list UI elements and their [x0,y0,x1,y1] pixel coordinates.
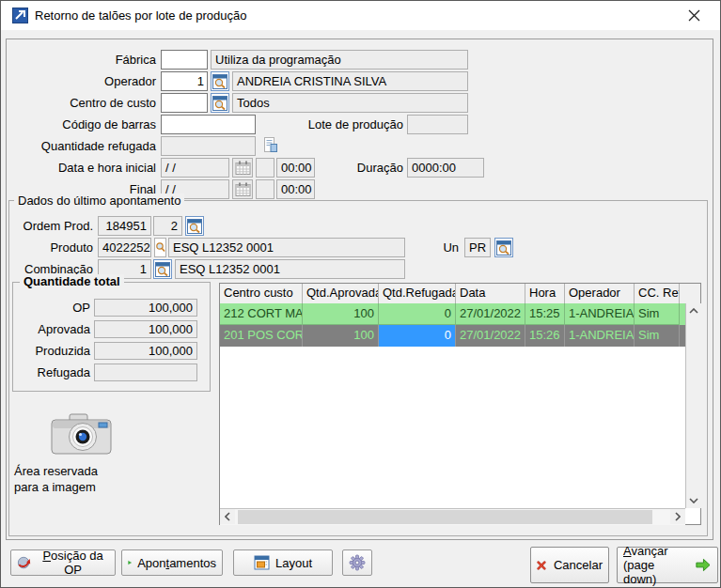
quantidade-total-title: Quantidade total [20,274,124,288]
lote-producao-field [407,115,468,134]
centro-custo-input[interactable] [161,93,208,113]
apontamentos-label: Apontamentos [137,556,216,570]
data-hora-inicial-label: Data e hora inicial [10,158,156,178]
col-hora[interactable]: Hora [525,284,565,303]
posicao-da-op-button[interactable]: Posição da OP [10,549,116,576]
quantidade-refugada-notes-button[interactable] [261,135,280,154]
hora-inicial-field: 00:00 [276,158,315,178]
cell-cc-ref[interactable]: Sim [635,325,680,347]
centro-custo-lookup-button[interactable] [211,93,229,113]
gear-icon [349,554,366,571]
table-row[interactable]: 212 CORT MA 100 0 27/01/2022 15:25 1-AND… [220,303,686,325]
col-filler [680,284,700,303]
operador-lookup-button[interactable] [211,71,229,91]
cell-qtd-aprovada[interactable]: 100 [303,325,379,347]
play-icon [128,555,132,570]
posicao-da-op-label: Posição da OP [37,549,109,577]
un-label: Un [429,238,459,257]
scroll-up-icon[interactable] [686,303,701,318]
qt-op-label: OP [20,299,90,317]
un-field: PR [464,238,491,257]
close-icon [688,9,700,22]
search-icon [212,96,227,111]
ordem-prod-field1: 184951 [98,216,151,236]
qt-aprovada-field: 100,000 [94,320,197,338]
un-lookup-button[interactable] [494,238,513,257]
data-inicial-calendar-button[interactable] [232,158,253,178]
produto-lookup-button[interactable] [154,238,166,257]
apontamento-group-title: Dados do último apontamento [14,193,184,208]
camera-icon [50,410,114,460]
col-data[interactable]: Data [456,284,525,303]
duracao-field: 0000:00 [407,158,484,178]
data-final-calendar-button[interactable] [232,179,253,199]
qt-refugada-field [94,364,197,381]
layout-label: Layout [275,556,312,570]
avancar-button[interactable]: Avançar (page down) [617,547,718,583]
globe-position-icon [17,555,31,571]
cell-qtd-aprovada[interactable]: 100 [303,303,379,325]
layout-icon [254,555,270,570]
qt-op-field: 100,000 [94,299,197,317]
col-qtd-aprovada[interactable]: Qtd.Aprovada [303,284,379,303]
cell-hora[interactable]: 15:26 [525,325,565,347]
layout-button[interactable]: Layout [233,549,333,576]
document-icon [262,136,279,153]
search-icon [496,240,511,255]
col-qtd-refugada[interactable]: Qtd.Refugada [379,284,456,303]
apontamentos-button[interactable]: Apontamentos [121,549,223,576]
cell-centro-custo[interactable]: 212 CORT MA [220,303,303,325]
title-bar: Retorno de talões por lote de produção [1,1,720,30]
combinacao-lookup-button[interactable] [153,259,172,279]
image-area-caption-line2: para a imagem [14,479,96,495]
app-icon [12,8,28,26]
combinacao-desc-field: ESQ L12352 0001 [175,259,405,279]
hora-final-spacer-field [256,179,274,199]
table-row-selected[interactable]: 201 POS COR 100 0 27/01/2022 15:26 1-AND… [220,325,686,347]
cell-qtd-refugada-focused[interactable]: 0 [379,325,456,347]
qt-refugada-label: Refugada [20,364,90,381]
scroll-left-icon[interactable] [220,509,235,524]
cancelar-button[interactable]: Cancelar [530,547,609,583]
calendar-icon [235,182,251,197]
search-icon [155,241,165,254]
cell-centro-custo[interactable]: 201 POS COR [220,325,303,347]
centro-custo-info-field: Todos [232,93,468,113]
quantidade-refugada-field [161,136,256,156]
codigo-barras-input[interactable] [161,115,256,134]
cell-data[interactable]: 27/01/2022 [456,325,525,347]
col-operador[interactable]: Operador [565,284,635,303]
fabrica-input[interactable] [161,50,208,70]
cell-operador[interactable]: 1-ANDREIA C [565,303,635,325]
duracao-label: Duração [321,158,403,178]
operador-label: Operador [10,71,156,91]
table-horizontal-scrollbar[interactable] [220,508,685,525]
close-button[interactable] [675,1,713,30]
apontamentos-table: Centro custo Qtd.Aprovada Qtd.Refugada D… [219,283,701,525]
qt-aprovada-label: Aprovada [20,320,90,338]
produto-label: Produto [10,238,93,257]
image-area-caption-line1: Área reservada [14,463,98,479]
hora-final-field: 00:00 [276,179,315,199]
settings-button[interactable] [342,549,372,576]
hora-inicial-spacer-field [256,158,274,178]
calendar-icon [235,161,251,176]
scroll-right-icon[interactable] [670,509,685,524]
produto-code-field: 4022252 [98,238,151,257]
cell-cc-ref[interactable]: Sim [635,303,680,325]
table-vertical-scrollbar[interactable] [685,303,701,508]
col-cc-ref[interactable]: CC. Ref. [635,284,680,303]
cell-hora[interactable]: 15:25 [525,303,565,325]
operador-input[interactable] [161,71,208,91]
col-centro-custo[interactable]: Centro custo [220,284,303,303]
qt-produzida-field: 100,000 [94,342,197,360]
qt-produzida-label: Produzida [20,342,90,360]
cell-operador[interactable]: 1-ANDREIA C [565,325,635,347]
ordem-prod-lookup-button[interactable] [185,216,204,236]
cell-qtd-refugada[interactable]: 0 [379,303,456,325]
avancar-label: Avançar (page down) [623,544,687,586]
window-title: Retorno de talões por lote de produção [35,1,247,30]
scroll-down-icon[interactable] [686,493,701,508]
cell-data[interactable]: 27/01/2022 [456,303,525,325]
scrollbar-thumb[interactable] [238,510,652,524]
